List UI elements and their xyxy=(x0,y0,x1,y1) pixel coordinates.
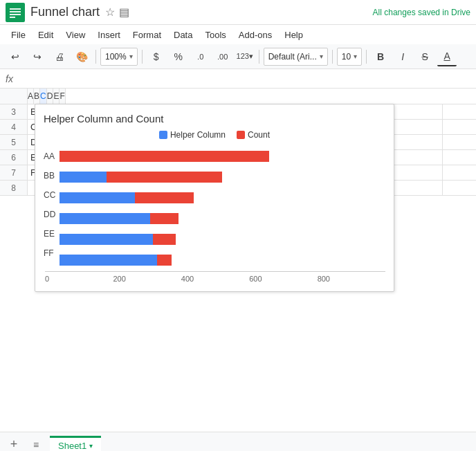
bar-helper xyxy=(60,255,157,266)
bar-helper xyxy=(60,172,107,183)
formula-input[interactable] xyxy=(19,73,470,84)
decimal-increase-button[interactable]: .00 xyxy=(213,47,232,66)
chart-legend: Helper Column Count xyxy=(44,130,385,140)
title-bar: Funnel chart ☆ ▤ All changes saved in Dr… xyxy=(0,0,476,25)
undo-button[interactable]: ↩ xyxy=(6,47,25,66)
x-tick: 0 xyxy=(45,275,113,283)
percent-button[interactable]: % xyxy=(169,47,188,66)
menu-bar: File Edit View Insert Format Data Tools … xyxy=(0,25,476,44)
chart-container[interactable]: Helper Column and Count Helper Column Co… xyxy=(35,104,394,292)
menu-help[interactable]: Help xyxy=(279,28,309,42)
bar-helper xyxy=(60,234,153,245)
paint-format-button[interactable]: 🎨 xyxy=(72,47,91,66)
col-header-a[interactable]: A xyxy=(28,89,34,104)
bar-count xyxy=(150,213,178,224)
document-title: Funnel chart xyxy=(30,5,100,19)
menu-file[interactable]: File xyxy=(6,28,31,42)
row-number: 8 xyxy=(0,181,28,195)
row-num-header xyxy=(0,89,28,104)
sheet-tab-arrow: ▾ xyxy=(89,442,93,450)
helper-color-dot xyxy=(159,131,167,139)
font-size-dropdown[interactable]: 10 ▾ xyxy=(337,48,362,66)
y-label-bb: BB xyxy=(44,166,60,185)
toolbar: ↩ ↪ 🖨 🎨 100% ▾ $ % .0 .00 123▾ Default (… xyxy=(0,44,476,69)
add-sheet-button[interactable]: + xyxy=(6,436,22,452)
folder-icon[interactable]: ▤ xyxy=(119,6,129,19)
legend-helper: Helper Column xyxy=(159,130,226,140)
font-size-arrow: ▾ xyxy=(354,53,357,60)
menu-data[interactable]: Data xyxy=(168,28,198,42)
x-tick: 600 xyxy=(249,275,317,283)
legend-helper-label: Helper Column xyxy=(170,130,226,140)
bar-row xyxy=(60,167,385,187)
title-icons: ☆ ▤ xyxy=(105,6,129,19)
svg-rect-4 xyxy=(10,17,15,18)
currency-button[interactable]: $ xyxy=(147,47,166,66)
font-dropdown[interactable]: Default (Ari... ▾ xyxy=(264,48,328,66)
bar-row xyxy=(60,147,385,166)
svg-rect-2 xyxy=(10,11,21,12)
bar-row xyxy=(60,209,385,228)
app-icon xyxy=(6,3,25,22)
print-button[interactable]: 🖨 xyxy=(50,47,69,66)
y-label-aa: AA xyxy=(44,147,60,166)
chart-title: Helper Column and Count xyxy=(44,113,385,125)
fx-icon: fx xyxy=(6,73,13,84)
bar-count xyxy=(157,255,172,266)
italic-button[interactable]: I xyxy=(393,47,412,66)
strikethrough-button[interactable]: S xyxy=(415,47,434,66)
font-arrow: ▾ xyxy=(320,53,323,60)
row-number: 7 xyxy=(0,165,28,180)
sheet-content: A B C D E F 3 BB 142.5 351 4 CC 229 178 xyxy=(0,89,476,432)
col-header-e[interactable]: E xyxy=(53,89,60,104)
count-color-dot xyxy=(237,131,245,139)
col-header-d[interactable]: D xyxy=(47,89,54,104)
menu-insert[interactable]: Insert xyxy=(92,28,126,42)
svg-rect-1 xyxy=(10,8,21,10)
bold-button[interactable]: B xyxy=(371,47,390,66)
legend-count: Count xyxy=(237,130,270,140)
legend-count-label: Count xyxy=(248,130,270,140)
menu-edit[interactable]: Edit xyxy=(33,28,59,42)
row-number: 4 xyxy=(0,120,28,134)
svg-rect-3 xyxy=(10,14,21,15)
sheet-list-button[interactable]: ≡ xyxy=(28,436,44,452)
sheet-name: Sheet1 xyxy=(58,441,86,451)
y-label-ff: FF xyxy=(44,243,60,263)
chart-body: AA BB CC DD EE FF xyxy=(44,147,385,271)
sheet-tab-sheet1[interactable]: Sheet1 ▾ xyxy=(50,436,101,452)
col-header-c[interactable]: C xyxy=(40,89,47,104)
col-header-b[interactable]: B xyxy=(34,89,40,104)
spreadsheet: A B C D E F 3 BB 142.5 351 4 CC 229 178 xyxy=(0,89,476,432)
decimal-decrease-button[interactable]: .0 xyxy=(191,47,210,66)
x-tick: 800 xyxy=(318,275,385,283)
bar-row xyxy=(60,230,385,249)
x-axis: 0200400600800 xyxy=(45,271,385,283)
row-number: 3 xyxy=(0,104,28,119)
separator-1 xyxy=(95,50,96,64)
zoom-dropdown[interactable]: 100% ▾ xyxy=(100,48,138,66)
bar-helper xyxy=(60,213,149,224)
separator-4 xyxy=(332,50,333,64)
menu-tools[interactable]: Tools xyxy=(199,28,231,42)
bar-count xyxy=(135,192,194,203)
star-icon[interactable]: ☆ xyxy=(105,6,115,19)
save-status: All changes saved in Drive xyxy=(373,8,470,17)
bar-helper xyxy=(60,192,135,203)
separator-5 xyxy=(366,50,367,64)
x-tick: 400 xyxy=(181,275,249,283)
underline-button[interactable]: A xyxy=(437,47,457,66)
menu-view[interactable]: View xyxy=(60,28,91,42)
bar-row xyxy=(60,188,385,208)
y-label-ee: EE xyxy=(44,224,60,243)
format-number-button[interactable]: 123▾ xyxy=(235,47,255,66)
col-header-f[interactable]: F xyxy=(60,89,65,104)
bar-row xyxy=(60,250,385,270)
formula-bar: fx xyxy=(0,69,476,89)
bar-count xyxy=(153,234,175,245)
separator-2 xyxy=(142,50,143,64)
menu-addons[interactable]: Add-ons xyxy=(233,28,277,42)
row-number: 6 xyxy=(0,150,28,165)
redo-button[interactable]: ↪ xyxy=(28,47,47,66)
menu-format[interactable]: Format xyxy=(127,28,167,42)
